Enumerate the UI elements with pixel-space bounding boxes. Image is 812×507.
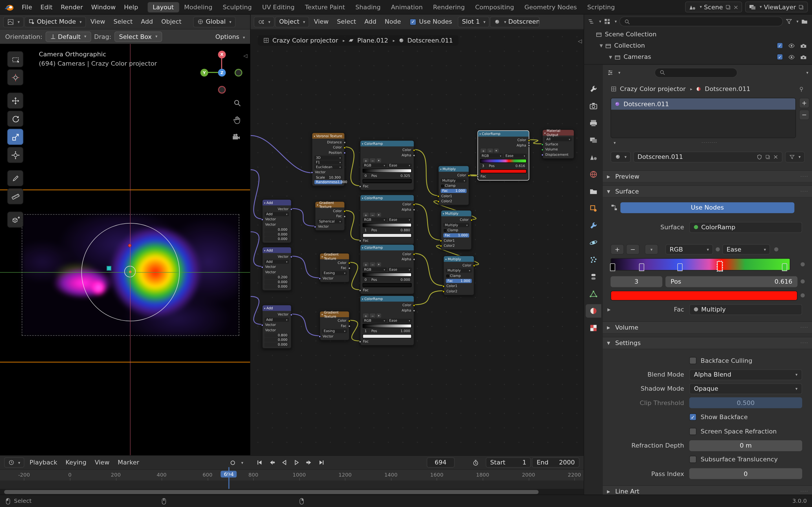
ramp-active-index-field[interactable]: 3	[611, 276, 663, 287]
node-socket[interactable]	[343, 141, 346, 144]
annotate-tool[interactable]	[7, 170, 23, 186]
ramp-add-button[interactable]: +	[363, 314, 369, 318]
box-select-tool[interactable]	[7, 51, 23, 67]
node-socket[interactable]	[343, 146, 346, 149]
ramp-add-button[interactable]: +	[363, 262, 369, 267]
node-socket[interactable]	[528, 144, 530, 147]
node-socket[interactable]	[413, 252, 415, 255]
ramp-specials-button[interactable]: ▾	[645, 244, 658, 255]
node-colorramp[interactable]: ▾ColorRampColorAlpha+−▾RGB▾Ease▾1Pos0.88…	[360, 194, 414, 245]
add-slot-button[interactable]: +	[799, 98, 809, 108]
properties-tab-render[interactable]	[586, 100, 601, 113]
ramp-remove-stop-button[interactable]: −	[626, 244, 640, 255]
node-header[interactable]: ▾ColorRamp	[478, 131, 529, 136]
node-multiply[interactable]: ▾MultiplyColorMultiply▾ClampFac1.000Colo…	[438, 166, 469, 205]
node-colorramp[interactable]: ▾ColorRampColorAlpha+−▾RGB▾Ease▾3Pos0.61…	[477, 130, 529, 180]
breadcrumb-material[interactable]: Dotscreen.011	[407, 37, 453, 44]
menu-edit[interactable]: Edit	[36, 2, 57, 12]
auto-keying-button[interactable]	[227, 457, 239, 468]
navigation-gizmo[interactable]: X Y Z	[198, 51, 246, 98]
node-number-field[interactable]: 0.000	[265, 342, 289, 347]
pan-hand-icon[interactable]	[232, 114, 243, 126]
viewport-canvas[interactable]	[0, 44, 250, 455]
workspace-tab-geometry-nodes[interactable]: Geometry Nodes	[519, 2, 582, 12]
node-socket[interactable]	[348, 325, 350, 327]
node-socket[interactable]	[413, 208, 415, 211]
ramp-position[interactable]: Pos0.000	[370, 278, 412, 282]
node-socket[interactable]	[359, 185, 361, 187]
next-keyframe-button[interactable]	[303, 457, 315, 468]
browse-material-button[interactable]: ▾	[611, 151, 631, 162]
measure-tool[interactable]	[7, 188, 23, 205]
ramp-stop[interactable]	[610, 263, 615, 271]
node-socket[interactable]	[314, 225, 316, 228]
ramp-gradient[interactable]	[363, 223, 412, 227]
properties-tab-texture[interactable]	[586, 321, 601, 335]
node-header[interactable]: ▾Voronoi Texture	[312, 133, 345, 138]
node-socket[interactable]	[437, 200, 440, 203]
screen-space-refraction-checkbox[interactable]	[689, 428, 697, 435]
ramp-remove-button[interactable]: −	[370, 213, 375, 217]
properties-tab-physics[interactable]	[586, 236, 601, 249]
node-socket[interactable]	[290, 208, 293, 210]
ramp-stop[interactable]	[782, 263, 787, 271]
ramp-add-stop-button[interactable]: +	[611, 244, 624, 255]
outliner-item-scene-collection[interactable]: Scene Collection	[584, 29, 812, 40]
ramp-add-button[interactable]: +	[363, 213, 369, 217]
ramp-color-mode[interactable]: RGB▾	[363, 218, 387, 222]
ramp-specials-button[interactable]: ▾	[494, 149, 499, 153]
use-nodes-button[interactable]: Use Nodes	[620, 202, 794, 213]
node-checkbox-clamp[interactable]: Clamp	[444, 273, 474, 278]
properties-tab-data[interactable]	[586, 287, 601, 300]
current-frame-field[interactable]: 694	[426, 457, 455, 468]
ramp-interpolation-dropdown[interactable]: Ease▾	[722, 244, 770, 255]
ramp-color-swatch[interactable]	[363, 233, 412, 237]
ramp-color-swatch[interactable]	[363, 283, 412, 287]
axis-y-ball[interactable]: Y	[200, 69, 208, 76]
cursor-tool[interactable]	[7, 69, 23, 86]
viewport-menu-select[interactable]: Select	[109, 17, 137, 27]
slot-specials-icon[interactable]: ▾	[614, 140, 616, 145]
menu-window[interactable]: Window	[87, 2, 120, 12]
material-name-field[interactable]: Dotscreen.011 ×	[633, 151, 782, 162]
scale-tool[interactable]	[7, 129, 23, 145]
node-socket[interactable]	[343, 151, 346, 154]
outliner-search-input[interactable]	[619, 17, 783, 26]
node-socket[interactable]	[290, 255, 293, 258]
axis-neg-y-ball[interactable]	[235, 69, 243, 76]
workspace-tab-shading[interactable]: Shading	[350, 2, 386, 12]
display-mode-icon[interactable]	[604, 18, 611, 25]
copy-icon[interactable]	[725, 4, 731, 10]
node-socket[interactable]	[442, 285, 445, 287]
node-number-field[interactable]: 0.000	[265, 237, 289, 241]
transform-orientation-selector[interactable]: Global ▾	[193, 16, 236, 27]
node-multiply[interactable]: ▾MultiplyColorMultiply▾ClampFac1.000Colo…	[443, 256, 474, 295]
fake-user-shield-icon[interactable]	[756, 154, 762, 159]
node-socket[interactable]	[440, 239, 442, 242]
node-socket[interactable]	[413, 304, 415, 306]
node-socket[interactable]	[528, 139, 530, 142]
play-reverse-button[interactable]	[278, 457, 290, 468]
node-socket[interactable]	[343, 215, 346, 217]
node-socket[interactable]	[261, 266, 264, 268]
jump-to-start-button[interactable]	[254, 457, 265, 468]
node-dropdown-f1[interactable]: F1▾	[314, 160, 342, 165]
node-socket[interactable]	[343, 210, 346, 212]
node-socket[interactable]	[473, 264, 475, 267]
ramp-remove-button[interactable]: −	[487, 149, 493, 153]
workspace-tab-layout[interactable]: Layout	[147, 2, 179, 12]
ramp-gradient[interactable]	[363, 273, 412, 277]
panel-volume[interactable]: ▶Volume····	[603, 321, 812, 334]
node-header[interactable]: ▾ColorRamp	[360, 195, 414, 201]
node-socket[interactable]	[440, 244, 442, 247]
ramp-specials-button[interactable]: ▾	[376, 213, 381, 217]
node-number-field[interactable]: 0.000	[265, 338, 289, 342]
move-tool[interactable]	[7, 93, 23, 109]
scene-selector[interactable]: ▾ Scene ×	[686, 2, 742, 13]
ramp-position[interactable]: Pos0.880	[370, 228, 412, 232]
axis-x-ball[interactable]: X	[218, 51, 226, 59]
properties-tab-modifiers[interactable]	[586, 219, 601, 232]
ramp-interpolation[interactable]: Ease▾	[388, 319, 412, 323]
node-socket[interactable]	[359, 239, 361, 242]
node-number-field[interactable]: 0.000	[265, 232, 289, 237]
